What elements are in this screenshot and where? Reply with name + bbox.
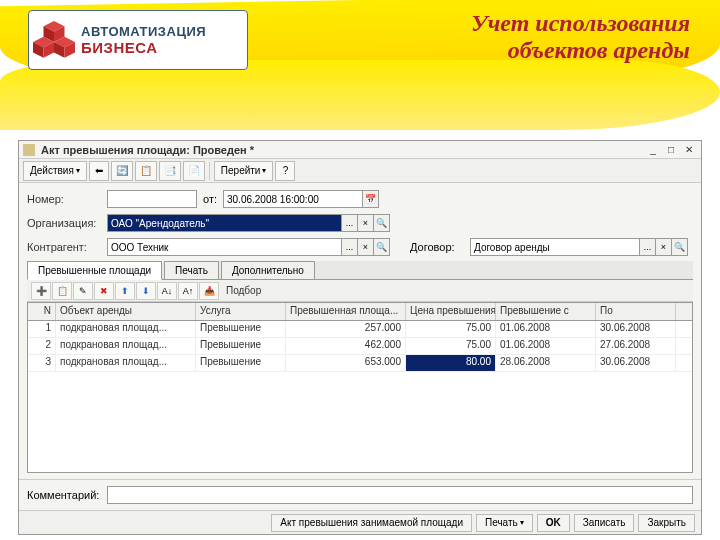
col-object[interactable]: Объект аренды [56, 303, 196, 320]
org-select-button[interactable]: ... [341, 214, 358, 232]
grid: N Объект аренды Услуга Превышенная площа… [27, 302, 693, 473]
help-button[interactable]: ? [275, 161, 295, 181]
table-row[interactable]: 3подкрановая площад...Превышение653.0008… [28, 355, 692, 372]
grid-empty-area[interactable] [28, 372, 692, 472]
logo: АВТОМАТИЗАЦИЯ БИЗНЕСА [28, 10, 248, 70]
footer: Акт превышения занимаемой площади Печать… [19, 510, 701, 534]
toolbar-doc-icon[interactable]: 📄 [183, 161, 205, 181]
contragent-select-button[interactable]: ... [341, 238, 358, 256]
footer-doc-button[interactable]: Акт превышения занимаемой площади [271, 514, 472, 532]
actions-menu[interactable]: Действия▾ [23, 161, 87, 181]
minimize-button[interactable]: _ [645, 143, 661, 157]
grid-selection-button[interactable]: Подбор [220, 285, 267, 296]
toolbar-copy-icon[interactable]: 📑 [159, 161, 181, 181]
col-from[interactable]: Превышение с [496, 303, 596, 320]
contract-open-button[interactable]: 🔍 [671, 238, 688, 256]
col-service[interactable]: Услуга [196, 303, 286, 320]
contragent-clear-button[interactable]: × [357, 238, 374, 256]
form-area: Номер: от: 📅 Организация: ... × 🔍 Контра… [19, 183, 701, 479]
logo-line1: АВТОМАТИЗАЦИЯ [81, 24, 206, 39]
col-n[interactable]: N [28, 303, 56, 320]
calendar-icon[interactable]: 📅 [362, 190, 379, 208]
window-icon [23, 144, 35, 156]
grid-header: N Объект аренды Услуга Превышенная площа… [28, 303, 692, 321]
comment-row: Комментарий: [19, 479, 701, 510]
footer-ok-button[interactable]: OK [537, 514, 570, 532]
date-input[interactable] [223, 190, 363, 208]
col-price[interactable]: Цена превышения [406, 303, 496, 320]
comment-label: Комментарий: [27, 489, 99, 501]
grid-sort-desc-icon[interactable]: A↑ [178, 282, 198, 300]
logo-line2: БИЗНЕСА [81, 39, 206, 56]
contragent-open-button[interactable]: 🔍 [373, 238, 390, 256]
toolbar-back-icon[interactable]: ⬅ [89, 161, 109, 181]
number-label: Номер: [27, 193, 107, 205]
grid-edit-icon[interactable]: ✎ [73, 282, 93, 300]
grid-moveup-icon[interactable]: ⬆ [115, 282, 135, 300]
grid-movedown-icon[interactable]: ⬇ [136, 282, 156, 300]
toolbar-post-icon[interactable]: 📋 [135, 161, 157, 181]
org-clear-button[interactable]: × [357, 214, 374, 232]
number-input[interactable] [107, 190, 197, 208]
org-input[interactable] [107, 214, 342, 232]
footer-save-button[interactable]: Записать [574, 514, 635, 532]
col-to[interactable]: По [596, 303, 676, 320]
footer-print-button[interactable]: Печать▾ [476, 514, 533, 532]
grid-sort-asc-icon[interactable]: A↓ [157, 282, 177, 300]
contract-label: Договор: [410, 241, 470, 253]
toolbar-refresh-icon[interactable]: 🔄 [111, 161, 133, 181]
tab-print[interactable]: Печать [164, 261, 219, 279]
contract-clear-button[interactable]: × [655, 238, 672, 256]
grid-add-copy-icon[interactable]: 📋 [52, 282, 72, 300]
contragent-input[interactable] [107, 238, 342, 256]
contragent-label: Контрагент: [27, 241, 107, 253]
table-row[interactable]: 2подкрановая площад...Превышение462.0007… [28, 338, 692, 355]
table-row[interactable]: 1подкрановая площад...Превышение257.0007… [28, 321, 692, 338]
contract-select-button[interactable]: ... [639, 238, 656, 256]
grid-delete-icon[interactable]: ✖ [94, 282, 114, 300]
grid-toolbar: ➕ 📋 ✎ ✖ ⬆ ⬇ A↓ A↑ 📥 Подбор [27, 280, 693, 302]
logo-cubes-icon [33, 19, 75, 61]
titlebar: Акт превышения площади: Проведен * _ □ ✕ [19, 141, 701, 159]
page-title: Учет использования объектов аренды [471, 10, 690, 64]
close-button[interactable]: ✕ [681, 143, 697, 157]
main-toolbar: Действия▾ ⬅ 🔄 📋 📑 📄 Перейти▾ ? [19, 159, 701, 183]
grid-fill-icon[interactable]: 📥 [199, 282, 219, 300]
maximize-button[interactable]: □ [663, 143, 679, 157]
date-label: от: [197, 193, 223, 205]
goto-menu[interactable]: Перейти▾ [214, 161, 274, 181]
col-area[interactable]: Превышенная площа... [286, 303, 406, 320]
tab-additional[interactable]: Дополнительно [221, 261, 315, 279]
tab-areas[interactable]: Превышенные площади [27, 261, 162, 280]
banner: АВТОМАТИЗАЦИЯ БИЗНЕСА Учет использования… [0, 0, 720, 130]
app-window: Акт превышения площади: Проведен * _ □ ✕… [18, 140, 702, 535]
org-open-button[interactable]: 🔍 [373, 214, 390, 232]
tabs: Превышенные площади Печать Дополнительно [27, 261, 693, 280]
contract-input[interactable] [470, 238, 640, 256]
comment-input[interactable] [107, 486, 693, 504]
org-label: Организация: [27, 217, 107, 229]
footer-close-button[interactable]: Закрыть [638, 514, 695, 532]
window-title: Акт превышения площади: Проведен * [41, 144, 645, 156]
grid-add-icon[interactable]: ➕ [31, 282, 51, 300]
